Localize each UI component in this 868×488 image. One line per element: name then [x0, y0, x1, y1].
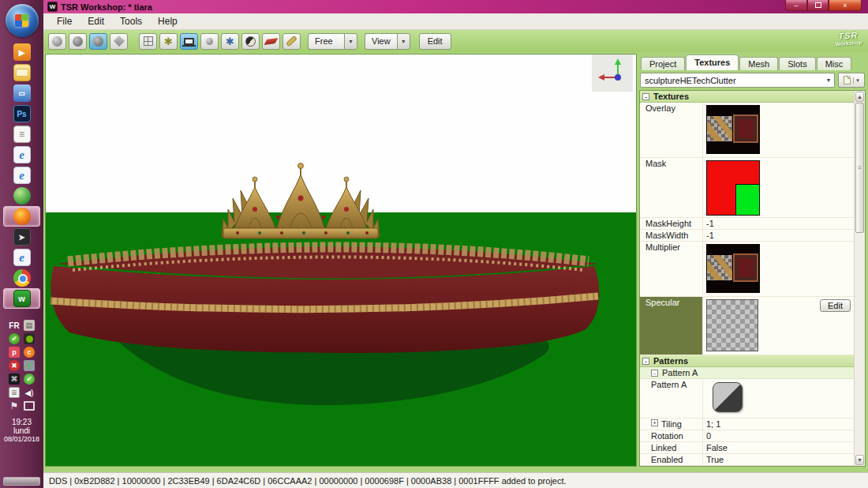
sphere-textured-icon — [93, 36, 103, 47]
scroll-down-button[interactable]: ▼ — [855, 455, 864, 465]
specular-edit-button[interactable]: Edit — [820, 299, 851, 312]
nvidia-settings-icon[interactable] — [24, 333, 35, 344]
show-bounds-button[interactable]: ✱ — [159, 33, 178, 50]
camera-mode-arrow[interactable]: ▾ — [344, 33, 357, 50]
taskbar-clock[interactable]: 19:23 lundi 08/01/2018 — [4, 418, 39, 443]
show-screen-button[interactable] — [180, 33, 198, 50]
shading-wireframe-button[interactable] — [110, 33, 128, 50]
menu-file[interactable]: File — [50, 14, 79, 28]
rotation-value[interactable]: 0 — [703, 430, 854, 441]
volume-icon[interactable]: ◀) — [24, 387, 35, 398]
preset-dropdown[interactable]: sculptureHETechClutter ▾ — [640, 73, 835, 88]
sphere-smooth-icon — [52, 36, 62, 47]
taskbar-item-chrome[interactable] — [3, 268, 40, 288]
tray-c-app-icon[interactable]: c — [24, 347, 35, 358]
taskbar-item-notepad[interactable]: ≡ — [3, 124, 40, 145]
task-list-icon[interactable]: ≣ — [9, 387, 20, 398]
firefox-icon — [13, 208, 31, 225]
collapse-icon[interactable]: - — [642, 358, 649, 365]
taskbar-item-display-app[interactable]: ▭ — [3, 83, 40, 103]
scroll-up-button[interactable]: ▲ — [855, 92, 864, 102]
expand-icon[interactable]: + — [651, 419, 658, 426]
collapse-icon[interactable]: - — [651, 370, 658, 377]
enabled-value[interactable]: True — [703, 454, 854, 465]
axis-gizmo — [592, 54, 633, 92]
overlay-checker-region — [707, 116, 732, 141]
tray-p-app-icon[interactable]: p — [9, 347, 20, 358]
window-content: Project Textures Mesh Slots Misc sculptu… — [43, 52, 868, 472]
axis-origin-dot — [615, 74, 621, 81]
scene-render — [46, 54, 636, 467]
taskbar-item-firefox[interactable] — [3, 206, 40, 227]
taskbar-item-ie-3[interactable]: e — [3, 247, 40, 268]
new-preset-button[interactable]: ▾ — [838, 73, 865, 88]
minimize-button[interactable]: – — [785, 0, 807, 11]
antivirus-shield-icon[interactable]: ✔ — [9, 333, 20, 344]
menu-help[interactable]: Help — [151, 14, 185, 28]
shading-shaded-button[interactable] — [69, 33, 87, 50]
mask-height-value[interactable]: -1 — [703, 218, 854, 229]
tab-project[interactable]: Project — [641, 57, 685, 70]
show-ground-plane-button[interactable] — [262, 33, 280, 50]
restore-button[interactable] — [807, 0, 829, 11]
view-dropdown[interactable]: View — [365, 33, 397, 50]
show-joints-button[interactable]: ✱ — [221, 33, 239, 50]
tray-error-icon[interactable]: ✖ — [9, 360, 20, 371]
tab-textures[interactable]: Textures — [686, 54, 739, 70]
tab-mesh[interactable]: Mesh — [739, 57, 778, 70]
taskbar-item-ie-2[interactable]: e — [3, 165, 40, 186]
network-display-icon[interactable] — [24, 400, 35, 411]
row-tiling: + Tiling 1; 1 — [640, 419, 854, 430]
overlay-texture-thumbnail[interactable] — [706, 105, 760, 154]
multiplier-texture-thumbnail[interactable] — [706, 244, 760, 293]
taskbar-item-media-player[interactable]: ▶ — [3, 42, 40, 62]
overlay-label: Overlay — [640, 103, 703, 157]
tab-slots[interactable]: Slots — [779, 57, 815, 70]
taskbar-item-cursor-tool[interactable]: ➤ — [3, 227, 40, 247]
taskbar-item-ie-1[interactable]: e — [3, 145, 40, 165]
row-pattern-a: Pattern A — [640, 379, 854, 419]
show-sphere-button[interactable] — [200, 33, 219, 50]
shading-smooth-button[interactable] — [48, 33, 66, 50]
collapse-icon[interactable]: - — [642, 93, 649, 100]
section-patterns[interactable]: - Patterns — [640, 355, 854, 367]
menu-tools[interactable]: Tools — [113, 14, 149, 28]
taskbar-item-tsr-workshop[interactable]: w — [3, 288, 40, 309]
printer-tray-icon[interactable]: ▤ — [24, 320, 35, 331]
start-button[interactable] — [6, 4, 39, 37]
view-arrow[interactable]: ▾ — [397, 33, 410, 50]
show-grid-button[interactable] — [139, 33, 157, 50]
viewport-3d[interactable] — [45, 54, 637, 467]
titlebar[interactable]: W TSR Workshop: * tiara – × — [43, 0, 868, 13]
preset-row: sculptureHETechClutter ▾ ▾ — [639, 70, 866, 90]
scroll-thumb[interactable]: ≡ — [855, 103, 864, 233]
subsection-pattern-a[interactable]: - Pattern A — [640, 367, 854, 379]
diamond-icon — [113, 36, 124, 47]
menu-edit[interactable]: Edit — [80, 14, 111, 28]
scroll-track[interactable] — [855, 233, 865, 454]
show-bones-button[interactable] — [282, 33, 301, 50]
edit-button[interactable]: Edit — [419, 33, 451, 50]
mask-texture-thumbnail[interactable] — [706, 160, 760, 216]
cushion-model — [51, 247, 599, 354]
taskbar-item-photoshop[interactable]: Ps — [3, 103, 40, 124]
update-ok-icon[interactable]: ✔ — [24, 374, 35, 385]
tiling-value[interactable]: 1; 1 — [703, 419, 854, 430]
section-textures[interactable]: - Textures — [640, 91, 854, 103]
mask-width-value[interactable]: -1 — [703, 230, 854, 241]
show-normals-button[interactable] — [241, 33, 260, 50]
shading-textured-button[interactable] — [89, 33, 107, 50]
pattern-a-thumbnail[interactable] — [713, 382, 743, 412]
taskbar-item-explorer[interactable] — [3, 62, 40, 83]
device-status-icon[interactable]: ✔ — [24, 360, 35, 371]
linked-value[interactable]: False — [703, 442, 854, 453]
mouse-settings-icon[interactable]: ⌘ — [9, 374, 20, 385]
close-button[interactable]: × — [829, 0, 862, 11]
specular-texture-thumbnail[interactable] — [706, 299, 758, 351]
language-indicator[interactable]: FR — [9, 321, 19, 330]
camera-mode-dropdown[interactable]: Free — [308, 33, 344, 50]
taskbar-item-messenger[interactable] — [3, 186, 40, 206]
action-center-flag-icon[interactable]: ⚑ — [9, 400, 20, 411]
tab-misc[interactable]: Misc — [817, 57, 852, 70]
show-desktop-button[interactable] — [3, 477, 40, 486]
